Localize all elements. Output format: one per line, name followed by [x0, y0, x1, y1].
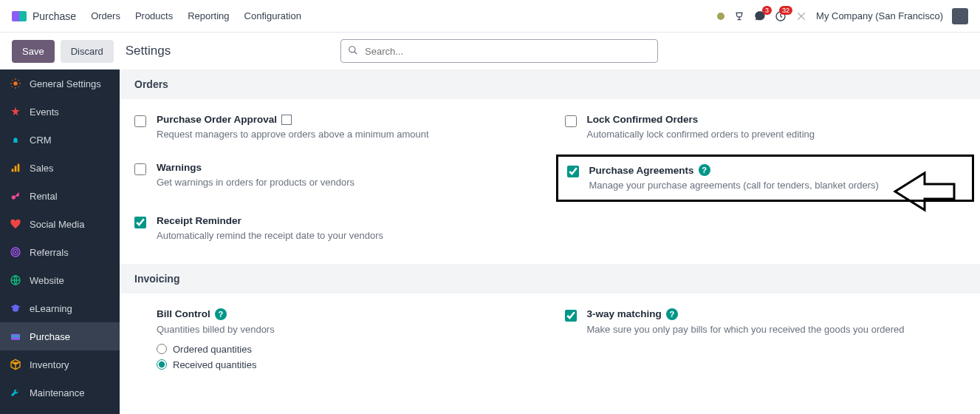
- setting-3way-matching: 3-way matching ? Make sure you only pay …: [565, 308, 966, 375]
- sidebar-item-events[interactable]: Events: [0, 98, 120, 126]
- setting-desc: Automatically remind the receipt date to…: [157, 229, 535, 242]
- sidebar: General SettingsEventsCRMSalesRentalSoci…: [0, 69, 120, 414]
- user-avatar[interactable]: [952, 8, 968, 24]
- activity-icon[interactable]: 32: [775, 10, 787, 22]
- action-bar: Save Discard Settings: [0, 33, 980, 69]
- sidebar-item-label: Rental: [30, 191, 58, 202]
- svg-rect-4: [15, 166, 17, 172]
- top-nav: Purchase Orders Products Reporting Confi…: [0, 0, 980, 33]
- status-dot-icon: [717, 13, 724, 20]
- setting-title: Purchase Agreements: [589, 165, 694, 176]
- setting-purchase-order-approval: Purchase Order Approval Request managers…: [134, 114, 535, 141]
- setting-desc: Manage your purchase agreements (call fo…: [589, 179, 964, 192]
- setting-lock-confirmed-orders: Lock Confirmed Orders Automatically lock…: [565, 114, 966, 141]
- sidebar-item-maintenance[interactable]: Maintenance: [0, 379, 120, 407]
- sidebar-item-sales[interactable]: Sales: [0, 154, 120, 182]
- setting-title: Warnings: [157, 162, 535, 173]
- checkbox-purchase-order-approval[interactable]: [134, 115, 146, 127]
- sidebar-item-referrals[interactable]: Referrals: [0, 238, 120, 266]
- nav-reporting[interactable]: Reporting: [188, 10, 229, 21]
- content: Orders Purchase Order Approval Request m…: [120, 69, 980, 414]
- hands-icon: [9, 133, 22, 146]
- discard-button[interactable]: Discard: [61, 40, 114, 63]
- setting-title: 3-way matching: [587, 308, 662, 319]
- checkbox-warnings[interactable]: [134, 163, 146, 175]
- setting-desc: Automatically lock confirmed orders to p…: [587, 128, 966, 141]
- sidebar-item-label: Purchase: [30, 331, 70, 342]
- radio-ordered-quantities[interactable]: [157, 344, 167, 354]
- messages-badge: 3: [762, 6, 772, 15]
- svg-rect-5: [18, 164, 20, 172]
- sidebar-item-website[interactable]: Website: [0, 266, 120, 294]
- setting-desc: Quantities billed by vendors: [157, 323, 535, 336]
- svg-point-1: [349, 47, 355, 52]
- star-icon: [9, 105, 22, 118]
- highlight-annotation: Purchase Agreements ? Manage your purcha…: [556, 155, 975, 202]
- save-button[interactable]: Save: [12, 40, 55, 63]
- checkbox-lock-confirmed-orders[interactable]: [565, 115, 577, 127]
- sidebar-item-label: Inventory: [30, 359, 69, 370]
- nav-orders[interactable]: Orders: [91, 10, 120, 21]
- setting-desc: Get warnings in orders for products or v…: [157, 176, 535, 189]
- help-icon[interactable]: ?: [699, 164, 710, 176]
- section-header-invoicing: Invoicing: [120, 264, 980, 293]
- setting-bill-control: Bill Control ? Quantities billed by vend…: [134, 308, 535, 375]
- search-icon: [348, 45, 358, 58]
- sidebar-item-label: Social Media: [30, 219, 84, 230]
- setting-title: Bill Control: [157, 308, 210, 319]
- sidebar-item-purchase[interactable]: Purchase: [0, 322, 120, 350]
- target-icon: [9, 245, 22, 259]
- app-name: Purchase: [32, 10, 76, 22]
- svg-point-9: [15, 251, 16, 252]
- tools-icon[interactable]: [795, 10, 807, 22]
- nav-products[interactable]: Products: [135, 10, 173, 21]
- chart-icon: [9, 161, 22, 174]
- svg-rect-3: [12, 169, 14, 172]
- sidebar-item-label: CRM: [30, 135, 52, 146]
- sidebar-item-rental[interactable]: Rental: [0, 182, 120, 210]
- help-icon[interactable]: ?: [215, 308, 227, 320]
- setting-warnings: Warnings Get warnings in orders for prod…: [134, 162, 535, 194]
- company-name[interactable]: My Company (San Francisco): [816, 10, 943, 21]
- messages-icon[interactable]: 3: [754, 10, 766, 22]
- checkbox-3way-matching[interactable]: [565, 310, 577, 322]
- sidebar-item-manufacturing[interactable]: Manufacturing: [0, 407, 120, 414]
- sidebar-item-crm[interactable]: CRM: [0, 126, 120, 154]
- sidebar-item-label: Website: [30, 275, 64, 286]
- phone-icon[interactable]: [733, 10, 745, 22]
- sidebar-item-label: Maintenance: [30, 387, 84, 398]
- radio-label: Ordered quantities: [173, 344, 252, 355]
- sun-icon: [9, 77, 22, 90]
- setting-title: Lock Confirmed Orders: [587, 114, 966, 125]
- box-icon: [9, 358, 22, 371]
- radio-received-quantities[interactable]: [157, 359, 167, 370]
- sidebar-item-label: General Settings: [30, 78, 101, 89]
- sidebar-item-label: Events: [30, 106, 59, 118]
- section-header-orders: Orders: [120, 69, 980, 99]
- checkbox-receipt-reminder[interactable]: [134, 217, 146, 228]
- sidebar-item-social-media[interactable]: Social Media: [0, 210, 120, 238]
- sidebar-item-elearning[interactable]: eLearning: [0, 294, 120, 322]
- heart-icon: [9, 217, 22, 231]
- globe-icon: [9, 274, 22, 287]
- radio-label: Received quantities: [173, 359, 256, 370]
- setting-receipt-reminder: Receipt Reminder Automatically remind th…: [134, 215, 535, 242]
- building-icon: [281, 115, 292, 125]
- svg-rect-12: [11, 336, 20, 337]
- sidebar-item-label: Sales: [30, 163, 54, 174]
- search-input[interactable]: [340, 39, 658, 63]
- sidebar-item-inventory[interactable]: Inventory: [0, 350, 120, 379]
- activity-badge: 32: [779, 6, 792, 15]
- setting-desc: Request managers to approve orders above…: [157, 128, 535, 141]
- setting-purchase-agreements: Purchase Agreements ? Manage your purcha…: [567, 164, 964, 192]
- checkbox-purchase-agreements[interactable]: [567, 166, 579, 177]
- nav-configuration[interactable]: Configuration: [244, 10, 301, 21]
- app-icon: [12, 11, 27, 21]
- sidebar-item-general-settings[interactable]: General Settings: [0, 69, 120, 98]
- wrench-icon: [9, 386, 22, 399]
- help-icon[interactable]: ?: [666, 308, 678, 320]
- card-icon: [9, 330, 22, 343]
- key-icon: [9, 189, 22, 203]
- sidebar-item-label: eLearning: [30, 303, 72, 314]
- page-title: Settings: [126, 44, 171, 58]
